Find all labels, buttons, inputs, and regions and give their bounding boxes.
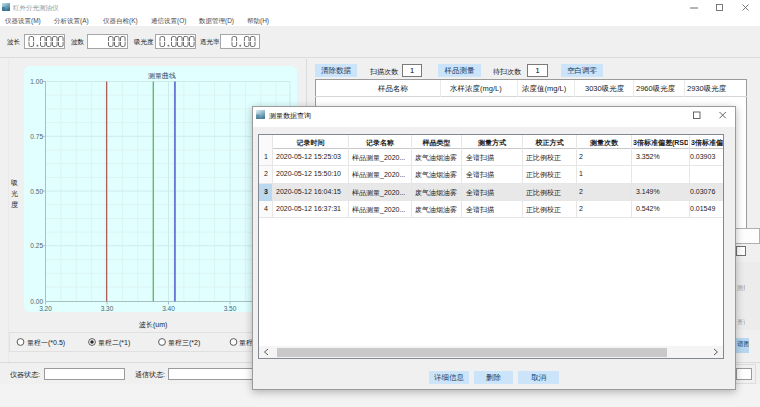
svg-text:0.75: 0.75 <box>30 133 43 140</box>
svg-text:1.00: 1.00 <box>30 78 43 85</box>
svg-text:0.50: 0.50 <box>30 188 43 195</box>
svg-text:测量曲线: 测量曲线 <box>148 72 176 80</box>
svg-text:3.40: 3.40 <box>162 305 175 312</box>
svg-text:3.20: 3.20 <box>39 305 52 312</box>
svg-text:3.50: 3.50 <box>224 305 237 312</box>
svg-text:0.25: 0.25 <box>30 242 43 249</box>
svg-text:3.30: 3.30 <box>101 305 114 312</box>
svg-text:0.00: 0.00 <box>30 298 43 305</box>
